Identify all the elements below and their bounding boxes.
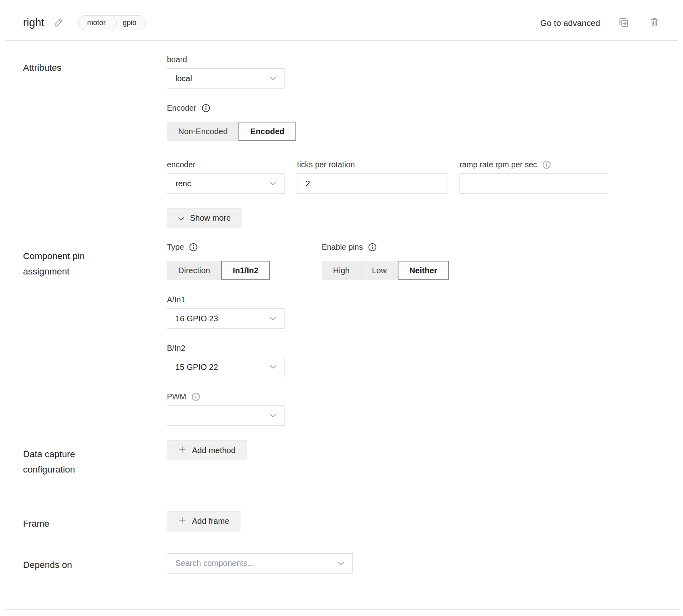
section-data-capture: Data capture configuration Add method (23, 440, 660, 477)
a-in1-select[interactable]: 16 GPIO 23 (167, 308, 285, 329)
type-field: Type Direction In1/In2 (167, 242, 322, 280)
ramp-rate-label: ramp rate rpm per sec (460, 160, 608, 169)
toggle-option-direction[interactable]: Direction (167, 261, 221, 280)
board-field: board local (167, 55, 660, 89)
add-frame-button[interactable]: Add frame (167, 511, 240, 532)
b-in2-field: B/In2 15 GPIO 22 (167, 343, 660, 377)
chevron-down-icon (178, 213, 184, 223)
chevron-down-icon (270, 363, 276, 371)
info-icon[interactable] (542, 160, 551, 169)
model-badge: motor gpio (78, 15, 146, 30)
add-method-label: Add method (192, 446, 236, 455)
toggle-option-encoded[interactable]: Encoded (238, 122, 296, 141)
pin-toggles-row: Type Direction In1/In2 Enable pins (167, 242, 660, 280)
pwm-label: PWM (167, 392, 660, 401)
toggle-option-in1-in2[interactable]: In1/In2 (221, 261, 270, 280)
depends-on-select[interactable]: Search components... (167, 553, 353, 574)
delete-button[interactable] (649, 17, 660, 29)
plus-icon (178, 445, 186, 456)
show-more-button[interactable]: Show more (167, 208, 242, 228)
add-method-button[interactable]: Add method (167, 440, 247, 460)
info-icon[interactable] (191, 392, 200, 401)
duplicate-icon (617, 16, 630, 30)
toggle-option-low[interactable]: Low (360, 261, 398, 280)
pencil-icon (53, 17, 64, 29)
info-icon[interactable] (201, 103, 211, 113)
a-in1-select-value: 16 GPIO 23 (175, 314, 218, 323)
ticks-input[interactable] (297, 173, 447, 194)
model-badge-model: gpio (117, 19, 145, 27)
duplicate-button[interactable] (617, 16, 630, 30)
b-in2-label: B/In2 (167, 343, 660, 353)
b-in2-select-value: 15 GPIO 22 (175, 363, 218, 372)
data-capture-section-label: Data capture configuration (23, 440, 167, 477)
attributes-section-label: Attributes (23, 55, 167, 76)
type-label: Type (167, 242, 322, 252)
toggle-option-non-encoded[interactable]: Non-Encoded (167, 122, 239, 141)
section-attributes: Attributes board local Encoder (23, 55, 660, 228)
board-select[interactable]: local (167, 68, 285, 89)
depends-on-section-label: Depends on (23, 553, 167, 573)
board-select-value: local (175, 74, 192, 83)
badge-divider-chevron (112, 15, 117, 30)
section-depends-on: Depends on Search components... (23, 553, 660, 574)
toggle-option-high[interactable]: High (322, 261, 361, 280)
component-name: right (23, 17, 44, 29)
component-card: right motor gpio Go to advanced (5, 5, 678, 610)
board-label: board (167, 55, 660, 64)
pin-assignment-section-label: Component pin assignment (23, 242, 167, 279)
pwm-field: PWM (167, 392, 660, 426)
chevron-down-icon (270, 315, 276, 322)
info-icon[interactable] (189, 243, 198, 252)
chevron-down-icon (270, 180, 276, 187)
a-in1-field: A/In1 16 GPIO 23 (167, 295, 660, 329)
info-icon[interactable] (368, 243, 377, 252)
add-frame-label: Add frame (192, 517, 229, 526)
section-pin-assignment: Component pin assignment Type Direction (23, 242, 660, 426)
encoder-mode-label: Encoder (167, 103, 660, 113)
encoder-select-value: renc (175, 179, 191, 188)
section-frame: Frame Add frame (23, 511, 660, 532)
encoder-select[interactable]: renc (167, 173, 285, 194)
ramp-rate-input[interactable] (460, 173, 608, 194)
enable-pins-label: Enable pins (322, 242, 449, 252)
show-more-label: Show more (190, 213, 231, 223)
enable-pins-toggle: High Low Neither (322, 261, 449, 280)
toggle-option-neither[interactable]: Neither (398, 261, 449, 280)
pwm-select[interactable] (167, 405, 285, 426)
trash-icon (649, 17, 660, 29)
model-badge-family: motor (78, 19, 112, 27)
rename-button[interactable] (53, 17, 64, 29)
a-in1-label: A/In1 (167, 295, 660, 304)
enable-pins-field: Enable pins High Low Neither (322, 242, 449, 280)
chevron-down-icon (270, 412, 276, 419)
b-in2-select[interactable]: 15 GPIO 22 (167, 357, 285, 377)
go-to-advanced-button[interactable]: Go to advanced (540, 18, 600, 28)
ramp-rate-field: ramp rate rpm per sec (460, 160, 608, 194)
plus-icon (178, 516, 186, 526)
ticks-label: ticks per rotation (297, 160, 447, 169)
encoder-field: encoder renc (167, 160, 285, 194)
component-card-body: Attributes board local Encoder (5, 41, 678, 574)
chevron-down-icon (270, 75, 276, 82)
ticks-field: ticks per rotation (297, 160, 447, 194)
frame-section-label: Frame (23, 511, 167, 532)
encoder-settings-row: encoder renc ticks per rotation (167, 160, 660, 194)
encoder-mode-toggle: Non-Encoded Encoded (167, 122, 296, 141)
encoder-mode-field: Encoder Non-Encoded Encoded (167, 103, 660, 141)
type-toggle: Direction In1/In2 (167, 261, 270, 280)
component-card-header: right motor gpio Go to advanced (5, 5, 678, 41)
encoder-label: encoder (167, 160, 285, 169)
chevron-down-icon (337, 560, 344, 567)
depends-on-placeholder: Search components... (175, 559, 254, 568)
